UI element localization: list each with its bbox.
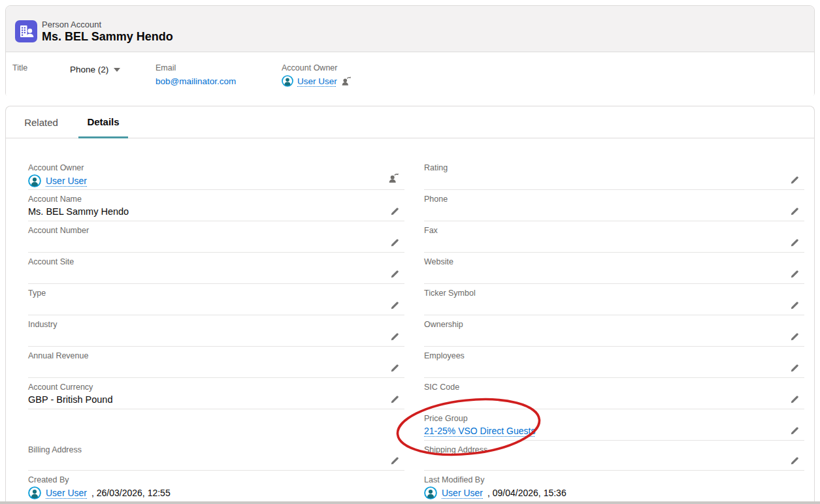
account-owner-link[interactable]: User User	[297, 76, 337, 86]
field-row-shipping-address: Shipping Address	[424, 441, 804, 471]
field-label: Price Group	[424, 409, 804, 423]
field-label: Fax	[424, 221, 804, 235]
field-label: Annual Revenue	[28, 347, 404, 360]
last-modified-by-link[interactable]: User User	[442, 488, 483, 498]
field-label: Shipping Address	[424, 441, 804, 454]
field-label: Type	[28, 284, 404, 298]
last-modified-date: , 09/04/2026, 15:36	[487, 488, 566, 498]
field-label: Account Number	[28, 221, 404, 235]
change-owner-icon[interactable]	[388, 172, 399, 183]
edit-pencil-icon[interactable]	[790, 332, 799, 341]
field-label: Rating	[424, 159, 804, 172]
field-row-account-currency: Account Currency GBP - British Pound	[28, 378, 404, 409]
edit-pencil-icon[interactable]	[790, 175, 799, 184]
created-by-link[interactable]: User User	[46, 488, 87, 498]
field-row-created-by: Created By User User , 26/03/2026, 12:55	[28, 471, 404, 504]
user-avatar	[28, 174, 41, 187]
edit-pencil-icon[interactable]	[390, 300, 399, 309]
field-label: Last Modified By	[424, 471, 804, 484]
change-owner-icon[interactable]	[341, 76, 352, 86]
phone-dropdown-label: Phone (2)	[70, 65, 108, 74]
edit-pencil-icon[interactable]	[390, 238, 399, 247]
field-label: Account Name	[28, 190, 404, 204]
record-detail-card: Related Details Account Owner User User …	[5, 106, 815, 504]
field-label: Account Owner	[28, 159, 404, 172]
field-label: Employees	[424, 347, 804, 360]
edit-pencil-icon[interactable]	[390, 394, 399, 403]
field-label: Account Site	[28, 253, 404, 266]
edit-pencil-icon[interactable]	[390, 269, 399, 278]
field-value: Ms. BEL Sammy Hendo	[28, 206, 404, 217]
phone-dropdown[interactable]: Phone (2)	[70, 65, 120, 74]
edit-pencil-icon[interactable]	[790, 269, 799, 278]
account-owner-link[interactable]: User User	[46, 176, 87, 186]
page-title: Ms. BEL Sammy Hendo	[42, 30, 173, 44]
field-row-ownership: Ownership	[424, 315, 804, 347]
field-row-fax: Fax	[424, 221, 804, 253]
user-avatar	[28, 486, 41, 499]
field-label: Ownership	[424, 315, 804, 329]
edit-pencil-icon[interactable]	[390, 456, 399, 465]
chevron-down-icon	[114, 68, 120, 72]
detail-column-left: Account Owner User User Account Name Ms.…	[28, 159, 404, 504]
edit-pencil-icon[interactable]	[790, 426, 799, 435]
field-row-ticker-symbol: Ticker Symbol	[424, 284, 804, 315]
field-row-last-modified-by: Last Modified By User User , 09/04/2026,…	[424, 471, 804, 504]
edit-pencil-icon[interactable]	[390, 332, 399, 341]
field-row-account-number: Account Number	[28, 221, 404, 253]
edit-pencil-icon[interactable]	[790, 394, 799, 403]
edit-pencil-icon[interactable]	[790, 456, 799, 465]
field-row-account-name: Account Name Ms. BEL Sammy Hendo	[28, 190, 404, 221]
edit-pencil-icon[interactable]	[390, 206, 399, 215]
field-label: Created By	[28, 471, 404, 484]
tab-related[interactable]: Related	[21, 106, 61, 138]
detail-column-right: Rating Phone Fax Website Ticker Symbol O…	[424, 159, 804, 504]
created-date: , 26/03/2026, 12:55	[91, 488, 171, 498]
bottom-scroll-edge	[0, 501, 820, 504]
field-row-employees: Employees	[424, 347, 804, 378]
field-row-type: Type	[28, 284, 404, 315]
tab-bar: Related Details	[6, 106, 814, 138]
field-label: SIC Code	[424, 378, 804, 392]
field-label: Billing Address	[28, 441, 404, 454]
field-row-industry: Industry	[28, 315, 404, 347]
tab-details[interactable]: Details	[78, 106, 128, 138]
record-banner: Person Account Ms. BEL Sammy Hendo	[6, 6, 814, 52]
field-row-billing-address: Billing Address	[28, 441, 404, 471]
field-row-sic-code: SIC Code	[424, 378, 804, 409]
field-row-annual-revenue: Annual Revenue	[28, 347, 404, 378]
field-row-website: Website	[424, 253, 804, 284]
price-group-link[interactable]: 21-25% VSO Direct Guests	[424, 426, 535, 436]
field-value: GBP - British Pound	[28, 394, 404, 405]
person-account-icon	[15, 20, 37, 42]
field-label: Account Currency	[28, 378, 404, 392]
title-field-label: Title	[12, 63, 27, 72]
field-row-rating: Rating	[424, 159, 804, 190]
record-header-card: Person Account Ms. BEL Sammy Hendo Title…	[5, 5, 815, 98]
email-link[interactable]: bob@mailinator.com	[156, 76, 236, 86]
field-label: Ticker Symbol	[424, 284, 804, 298]
edit-pencil-icon[interactable]	[790, 300, 799, 309]
field-row-phone: Phone	[424, 190, 804, 221]
account-owner-field-label: Account Owner	[282, 63, 337, 72]
field-row-account-owner: Account Owner User User	[28, 159, 404, 190]
field-label: Industry	[28, 315, 404, 329]
empty-layout-cell	[28, 409, 404, 441]
edit-pencil-icon[interactable]	[790, 363, 799, 372]
field-label: Website	[424, 253, 804, 266]
user-avatar	[424, 486, 437, 499]
field-label: Phone	[424, 190, 804, 204]
edit-pencil-icon[interactable]	[390, 363, 399, 372]
edit-pencil-icon[interactable]	[790, 206, 799, 215]
user-avatar	[282, 75, 293, 87]
entity-type-label: Person Account	[42, 20, 101, 29]
field-row-price-group: Price Group 21-25% VSO Direct Guests	[424, 409, 804, 441]
highlights-panel: Title Phone (2) Email bob@mailinator.com…	[6, 52, 814, 99]
field-row-account-site: Account Site	[28, 253, 404, 284]
email-field-label: Email	[156, 63, 176, 72]
edit-pencil-icon[interactable]	[790, 238, 799, 247]
